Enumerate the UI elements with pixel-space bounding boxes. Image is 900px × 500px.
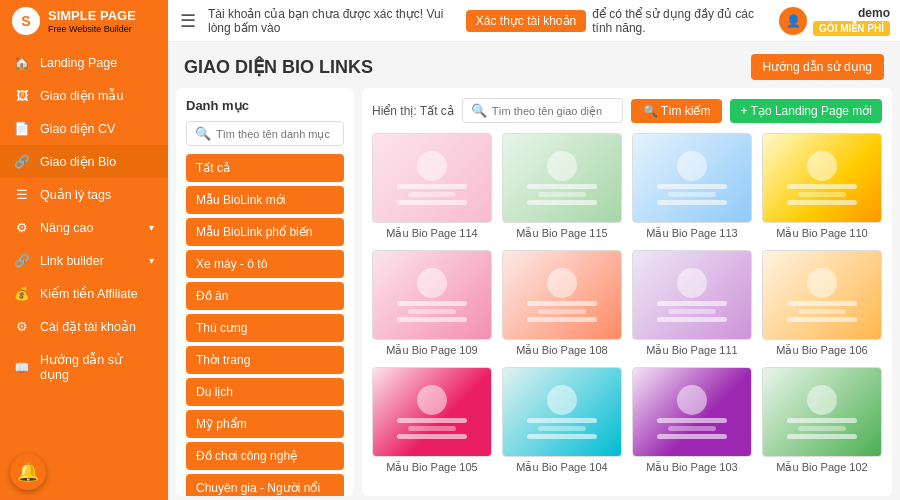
- nav-icon: ⚙: [14, 220, 30, 235]
- category-btn-my-pham[interactable]: Mỹ phẩm: [186, 410, 344, 438]
- nav-icon: 🖼: [14, 89, 30, 103]
- grid-item-label: Mẫu Bio Page 113: [632, 227, 752, 240]
- sidebar-item-giao-dien-cv[interactable]: 📄 Giao diện CV: [0, 112, 168, 145]
- sidebar-item-quan-ly-tags[interactable]: ☰ Quản lý tags: [0, 178, 168, 211]
- sidebar-item-label: Giao diện mẫu: [40, 88, 154, 103]
- category-btn-thoi-trang[interactable]: Thời trang: [186, 346, 344, 374]
- sidebar-item-giao-dien-mau[interactable]: 🖼 Giao diện mẫu: [0, 79, 168, 112]
- category-btn-do-an[interactable]: Đồ ăn: [186, 282, 344, 310]
- grid-item-109[interactable]: Mẫu Bio Page 109: [372, 250, 492, 357]
- sidebar-item-kiem-tien[interactable]: 💰 Kiếm tiền Affiliate: [0, 277, 168, 310]
- grid-item-111[interactable]: Mẫu Bio Page 111: [632, 250, 752, 357]
- grid-item-thumbnail: [632, 250, 752, 340]
- grid-panel: Hiển thị: Tất cả 🔍 🔍 Tìm kiếm + Tạo Land…: [362, 88, 892, 496]
- nav-icon: 💰: [14, 286, 30, 301]
- sidebar-item-label: Landing Page: [40, 56, 154, 70]
- chevron-down-icon: ▾: [149, 255, 154, 266]
- category-btn-all[interactable]: Tất cả: [186, 154, 344, 182]
- main-content: GIAO DIỆN BIO LINKS Hướng dẫn sử dụng Da…: [168, 42, 900, 500]
- notification-bell[interactable]: 🔔: [10, 454, 46, 490]
- nav-icon: ⚙: [14, 319, 30, 334]
- grid-item-110[interactable]: Mẫu Bio Page 110: [762, 133, 882, 240]
- grid-item-thumbnail: [372, 250, 492, 340]
- category-btn-biolink-moi[interactable]: Mẫu BioLink mới: [186, 186, 344, 214]
- sidebar-item-label: Kiếm tiền Affiliate: [40, 286, 154, 301]
- grid-item-c[interactable]: Mẫu Bio Page 103: [632, 367, 752, 474]
- nav-icon: 🔗: [14, 154, 30, 169]
- grid-item-thumbnail: [372, 133, 492, 223]
- grid-item-113[interactable]: Mẫu Bio Page 113: [632, 133, 752, 240]
- grid-item-thumbnail: [632, 133, 752, 223]
- alert-suffix: để có thể sử dụng đầy đủ các tính năng.: [592, 7, 769, 35]
- chevron-down-icon: ▾: [149, 222, 154, 233]
- grid-item-label: Mẫu Bio Page 103: [632, 461, 752, 474]
- grid-item-a[interactable]: Mẫu Bio Page 105: [372, 367, 492, 474]
- upgrade-button[interactable]: GÓI MIỄN PHÍ: [813, 21, 890, 36]
- avatar: 👤: [779, 7, 807, 35]
- grid-item-label: Mẫu Bio Page 108: [502, 344, 622, 357]
- category-btn-biolink-pho-bien[interactable]: Mẫu BioLink phổ biến: [186, 218, 344, 246]
- grid-item-thumbnail: [502, 367, 622, 457]
- sidebar-item-label: Link builder: [40, 254, 139, 268]
- sidebar-item-label: Cài đặt tài khoản: [40, 319, 154, 334]
- sidebar-item-label: Nâng cao: [40, 221, 139, 235]
- nav-icon: 📄: [14, 121, 30, 136]
- grid-item-thumbnail: [372, 367, 492, 457]
- sidebar-item-nang-cao[interactable]: ⚙ Nâng cao ▾: [0, 211, 168, 244]
- grid-search-box: 🔍: [462, 98, 623, 123]
- help-button[interactable]: Hướng dẫn sử dụng: [751, 54, 884, 80]
- category-btn-thu-cung[interactable]: Thú cưng: [186, 314, 344, 342]
- grid-header: Hiển thị: Tất cả 🔍 🔍 Tìm kiếm + Tạo Land…: [372, 98, 882, 123]
- menu-toggle-button[interactable]: ☰: [168, 10, 208, 32]
- category-btn-du-lich[interactable]: Du lịch: [186, 378, 344, 406]
- topbar: ☰ Tài khoản của bạn chưa được xác thực! …: [168, 0, 900, 42]
- grid-item-label: Mẫu Bio Page 114: [372, 227, 492, 240]
- grid-item-label: Mẫu Bio Page 111: [632, 344, 752, 357]
- grid-item-108[interactable]: Mẫu Bio Page 108: [502, 250, 622, 357]
- grid-item-label: Mẫu Bio Page 102: [762, 461, 882, 474]
- grid-item-thumbnail: [762, 250, 882, 340]
- sidebar-item-link-builder[interactable]: 🔗 Link builder ▾: [0, 244, 168, 277]
- display-filter-label: Hiển thị: Tất cả: [372, 104, 454, 118]
- grid-item-114[interactable]: Mẫu Bio Page 114: [372, 133, 492, 240]
- grid-item-106[interactable]: Mẫu Bio Page 106: [762, 250, 882, 357]
- search-icon: 🔍: [471, 103, 487, 118]
- sidebar-item-label: Giao diện CV: [40, 121, 154, 136]
- brand-tagline: Free Website Builder: [48, 24, 136, 34]
- sidebar-item-cai-dat[interactable]: ⚙ Cài đặt tài khoản: [0, 310, 168, 343]
- nav-icon: 📖: [14, 360, 30, 375]
- sidebar-item-landing-page[interactable]: 🏠 Landing Page: [0, 46, 168, 79]
- nav-icon: 🔗: [14, 253, 30, 268]
- category-search-box: 🔍: [186, 121, 344, 146]
- category-panel-title: Danh mục: [186, 98, 344, 113]
- category-list: Tất cảMẫu BioLink mớiMẫu BioLink phổ biế…: [186, 154, 344, 496]
- grid-item-d[interactable]: Mẫu Bio Page 102: [762, 367, 882, 474]
- grid-item-thumbnail: [502, 250, 622, 340]
- grid-item-115[interactable]: Mẫu Bio Page 115: [502, 133, 622, 240]
- grid-item-b[interactable]: Mẫu Bio Page 104: [502, 367, 622, 474]
- sidebar-item-huong-dan[interactable]: 📖 Hướng dẫn sử dụng: [0, 343, 168, 391]
- grid-item-thumbnail: [502, 133, 622, 223]
- verify-account-button[interactable]: Xác thực tài khoản: [466, 10, 586, 32]
- category-btn-xe-may-oto[interactable]: Xe máy - ô tô: [186, 250, 344, 278]
- sidebar: S SIMPLE PAGE Free Website Builder 🏠 Lan…: [0, 0, 168, 500]
- grid-item-label: Mẫu Bio Page 106: [762, 344, 882, 357]
- grid-search-input[interactable]: [492, 105, 614, 117]
- category-search-input[interactable]: [216, 128, 335, 140]
- grid-item-label: Mẫu Bio Page 109: [372, 344, 492, 357]
- nav-icon: 🏠: [14, 55, 30, 70]
- sidebar-item-label: Hướng dẫn sử dụng: [40, 352, 154, 382]
- grid-item-label: Mẫu Bio Page 104: [502, 461, 622, 474]
- grid-item-label: Mẫu Bio Page 105: [372, 461, 492, 474]
- brand-name: SIMPLE PAGE: [48, 8, 136, 24]
- sidebar-item-giao-dien-bio[interactable]: 🔗 Giao diện Bio: [0, 145, 168, 178]
- category-panel: Danh mục 🔍 Tất cảMẫu BioLink mớiMẫu BioL…: [176, 88, 354, 496]
- username-label: demo: [813, 6, 890, 20]
- new-page-button[interactable]: + Tạo Landing Page mới: [730, 99, 882, 123]
- page-title: GIAO DIỆN BIO LINKS: [184, 56, 373, 78]
- category-btn-do-choi[interactable]: Đồ chơi công nghệ: [186, 442, 344, 470]
- grid-item-thumbnail: [632, 367, 752, 457]
- grid-search-button[interactable]: 🔍 Tìm kiếm: [631, 99, 723, 123]
- grid-item-label: Mẫu Bio Page 115: [502, 227, 622, 240]
- category-btn-chuyen-gia[interactable]: Chuyên gia - Người nổi tiếng: [186, 474, 344, 496]
